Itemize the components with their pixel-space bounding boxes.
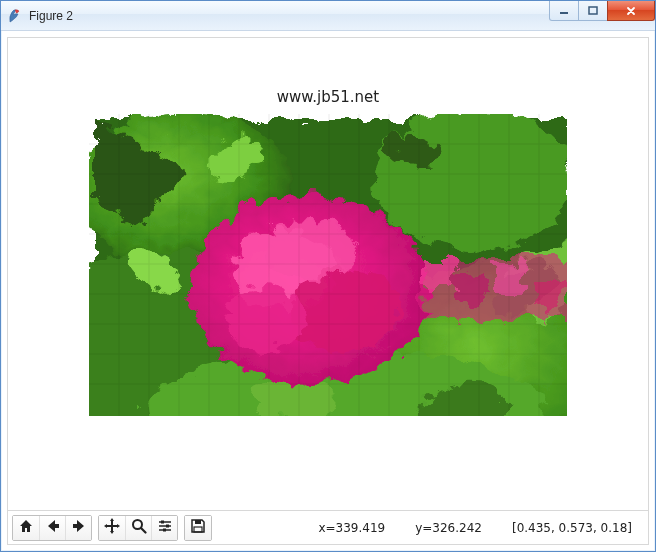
svg-rect-55 [163,529,166,532]
move-icon [104,518,120,537]
window-controls [550,1,655,21]
svg-rect-51 [161,521,164,524]
status-y: y=326.242 [415,521,482,535]
svg-rect-20 [419,254,449,284]
forward-button[interactable] [65,516,91,540]
svg-line-49 [141,528,146,533]
svg-rect-1 [589,7,597,14]
save-icon [190,518,206,537]
status-rgb: [0.435, 0.573, 0.18] [512,521,632,535]
sliders-icon [157,518,173,537]
svg-rect-23 [529,274,559,304]
view-group [98,515,178,541]
plot-image [89,114,567,416]
figure-canvas[interactable]: www.jb51.net [7,37,649,511]
svg-point-17 [259,214,349,274]
home-button[interactable] [13,516,39,540]
svg-rect-56 [195,520,201,524]
app-tk-icon [7,8,23,24]
back-button[interactable] [39,516,65,540]
arrow-left-icon [45,518,61,537]
subplots-button[interactable] [151,516,177,540]
arrow-right-icon [71,518,87,537]
nav-group [12,515,92,541]
svg-point-16 [284,262,394,346]
magnify-icon [131,518,147,537]
minimize-button[interactable] [549,1,579,21]
maximize-button[interactable] [578,1,608,21]
toolbar: x=339.419 y=326.242 [0.435, 0.573, 0.18] [7,511,649,545]
figure-title: www.jb51.net [8,88,648,106]
svg-rect-0 [560,12,568,14]
status-readout: x=339.419 y=326.242 [0.435, 0.573, 0.18] [318,521,644,535]
pan-button[interactable] [99,516,125,540]
io-group [184,515,212,541]
svg-point-18 [219,282,299,346]
svg-rect-53 [166,525,169,528]
titlebar[interactable]: Figure 2 [1,1,655,31]
save-button[interactable] [185,516,211,540]
app-window: Figure 2 www.jb51.net [0,0,656,552]
zoom-button[interactable] [125,516,151,540]
status-x: x=339.419 [318,521,385,535]
close-button[interactable] [607,1,655,21]
home-icon [18,518,34,537]
window-title: Figure 2 [29,9,73,23]
